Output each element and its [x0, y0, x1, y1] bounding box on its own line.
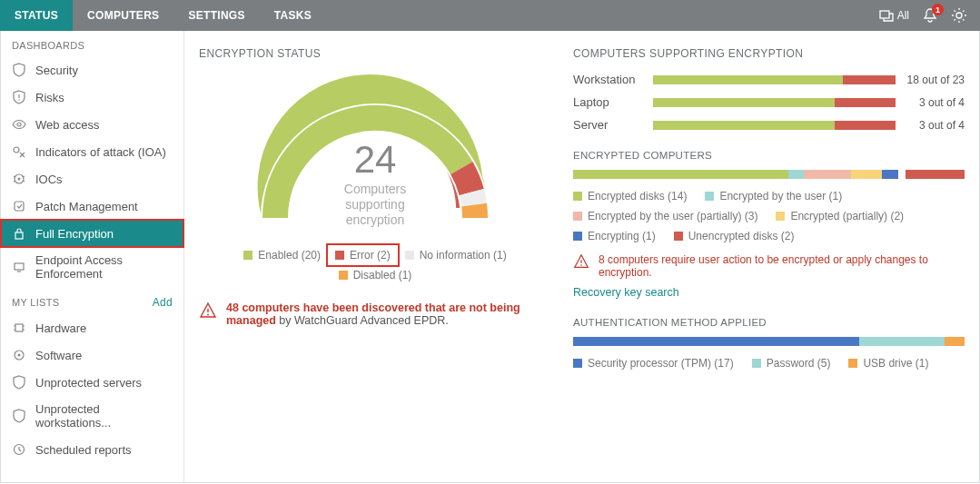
encryption-warning: 8 computers require user action to be en… — [573, 253, 965, 279]
swatch — [243, 251, 252, 260]
legend-item[interactable]: USB drive (1) — [848, 355, 928, 371]
legend-enabled[interactable]: Enabled (20) — [236, 245, 328, 265]
sidebar-item-endpoint-access[interactable]: Endpoint Access Enforcement — [1, 247, 183, 287]
gauge-legend: Enabled (20) Error (2) No information (1… — [199, 245, 551, 285]
warning-icon — [199, 301, 217, 320]
mylists-title: MY LISTS Add — [1, 287, 183, 314]
legend-item[interactable]: Encrypted by the user (1) — [705, 188, 842, 204]
list-item-label: Scheduled reports — [35, 443, 132, 457]
swatch — [335, 251, 344, 260]
gear-icon[interactable] — [951, 7, 967, 24]
auth-legend: Security processor (TPM) (17)Password (5… — [573, 355, 965, 371]
legend-noinfo[interactable]: No information (1) — [398, 245, 514, 265]
gauge-label-1: Computers — [199, 182, 551, 197]
legend-item[interactable]: Unencrypted disks (2) — [674, 228, 795, 244]
support-row: Server 3 out of 4 — [573, 118, 965, 132]
sidebar-item-label: Security — [35, 64, 78, 77]
sidebar-item-web-access[interactable]: Web access — [1, 111, 183, 138]
notifications-icon[interactable]: 1 — [922, 7, 938, 24]
sidebar-item-label: Endpoint Access Enforcement — [35, 253, 173, 281]
endpoint-icon — [12, 260, 26, 274]
recovery-key-link[interactable]: Recovery key search — [573, 286, 965, 299]
svg-point-18 — [18, 354, 21, 357]
sidebar-item-risks[interactable]: Risks — [1, 84, 183, 111]
sidebar-item-patch[interactable]: Patch Management — [1, 193, 183, 220]
svg-point-3 — [18, 99, 20, 101]
topbar: STATUS COMPUTERS SETTINGS TASKS All 1 — [0, 0, 980, 31]
list-item-unprotected-servers[interactable]: Unprotected servers — [1, 369, 183, 396]
alert-text: 48 computers have been discovered that a… — [226, 301, 551, 327]
tab-computers[interactable]: COMPUTERS — [73, 0, 173, 31]
sidebar-item-full-encryption[interactable]: Full Encryption — [1, 220, 183, 247]
legend-label: Unencrypted disks (2) — [688, 230, 795, 242]
legend-label: Encrypted by the user (1) — [719, 190, 842, 202]
bar-segment — [906, 170, 965, 179]
patch-icon — [12, 199, 26, 213]
sidebar-item-iocs[interactable]: IOCs — [1, 165, 183, 193]
tab-tasks[interactable]: TASKS — [260, 0, 326, 31]
legend-item[interactable]: Encrypted disks (14) — [573, 188, 687, 204]
support-label: Laptop — [573, 95, 646, 109]
auth-title: AUTHENTICATION METHOD APPLIED — [573, 317, 965, 328]
list-item-label: Unprotected servers — [35, 376, 142, 390]
bar-segment — [573, 337, 859, 346]
encryption-status-title: ENCRYPTION STATUS — [199, 47, 551, 60]
ioc-icon — [12, 172, 26, 186]
unmanaged-alert: 48 computers have been discovered that a… — [199, 301, 551, 327]
legend-item[interactable]: Encrypted by the user (partially) (3) — [573, 208, 757, 224]
bar-segment — [788, 170, 804, 179]
right-column: COMPUTERS SUPPORTING ENCRYPTION Workstat… — [566, 31, 979, 482]
swatch — [705, 192, 714, 201]
tab-status[interactable]: STATUS — [0, 0, 73, 31]
svg-rect-12 — [15, 324, 23, 331]
bar-segment — [804, 170, 851, 179]
tab-settings[interactable]: SETTINGS — [173, 0, 259, 31]
bar-segment — [859, 337, 945, 346]
legend-label: No information (1) — [420, 249, 507, 262]
legend-item[interactable]: Security processor (TPM) (17) — [573, 355, 734, 371]
legend-label: Enabled (20) — [258, 249, 321, 262]
bar-segment — [945, 337, 965, 346]
gauge-label-3: encryption — [199, 212, 551, 228]
support-label: Workstation — [573, 73, 646, 86]
list-item-hardware[interactable]: Hardware — [1, 314, 183, 341]
mylists-label: MY LISTS — [12, 297, 59, 308]
encryption-status-panel: ENCRYPTION STATUS — [184, 31, 566, 482]
list-item-scheduled-reports[interactable]: Scheduled reports — [1, 436, 183, 463]
list-item-unprotected-workstations[interactable]: Unprotected workstations... — [1, 396, 183, 436]
notifications-badge: 1 — [932, 4, 944, 15]
legend-item[interactable]: Encrypting (1) — [573, 228, 656, 244]
support-label: Server — [573, 118, 646, 132]
svg-point-22 — [207, 314, 209, 316]
topbar-actions: All 1 — [879, 0, 980, 31]
legend-item[interactable]: Password (5) — [752, 355, 831, 371]
svg-rect-9 — [15, 232, 23, 239]
bar-segment — [898, 170, 906, 179]
server-shield-icon — [12, 375, 26, 390]
legend-item[interactable]: Encrypted (partially) (2) — [776, 208, 904, 224]
swatch — [573, 212, 582, 221]
list-item-label: Hardware — [35, 321, 86, 335]
legend-disabled[interactable]: Disabled (1) — [332, 265, 420, 285]
sidebar-item-label: Indicators of attack (IOA) — [35, 145, 166, 159]
gauge-label-2: supporting — [199, 197, 551, 212]
content: ENCRYPTION STATUS — [184, 31, 979, 482]
sidebar-item-ioa[interactable]: Indicators of attack (IOA) — [1, 138, 183, 165]
sidebar-item-security[interactable]: Security — [1, 56, 183, 84]
encrypted-legend: Encrypted disks (14)Encrypted by the use… — [573, 188, 965, 244]
legend-label: Security processor (TPM) (17) — [588, 357, 734, 370]
sidebar-item-label: IOCs — [35, 173, 63, 186]
shield-alert-icon — [12, 90, 26, 104]
legend-error[interactable]: Error (2) — [328, 245, 398, 265]
bar-segment — [573, 170, 788, 179]
filter-all-button[interactable]: All — [879, 7, 909, 24]
swatch — [573, 359, 582, 368]
svg-rect-8 — [15, 202, 24, 211]
legend-label: Encrypted (partially) (2) — [790, 210, 904, 222]
legend-label: Encrypted disks (14) — [588, 190, 687, 202]
add-list-link[interactable]: Add — [153, 296, 173, 309]
sidebar-item-label: Full Encryption — [35, 227, 114, 241]
swatch — [752, 359, 761, 368]
list-item-software[interactable]: Software — [1, 341, 183, 369]
swatch — [405, 251, 414, 260]
